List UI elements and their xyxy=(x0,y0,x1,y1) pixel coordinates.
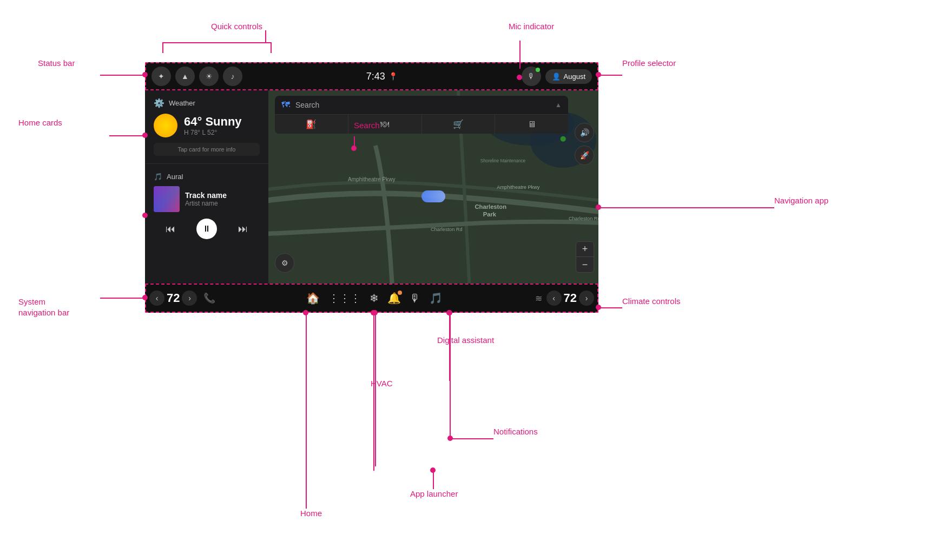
search-bar[interactable]: 🗺 Search ▲ xyxy=(275,96,568,114)
prev-track-button[interactable]: ⏮ xyxy=(162,220,179,238)
navigation-button[interactable]: 🚀 xyxy=(575,146,594,165)
svg-text:Charleston Rd: Charleston Rd xyxy=(431,227,463,232)
display-category-button[interactable]: 🖥 xyxy=(495,115,568,134)
ann-home-cards-dot2 xyxy=(142,213,148,218)
weather-temp: 64° Sunny xyxy=(184,115,242,129)
label-hvac: HVAC xyxy=(371,379,393,388)
chevron-up-icon: ▲ xyxy=(555,101,562,109)
audio-map-button[interactable]: 🔊 xyxy=(575,123,594,142)
ann-nav-bar-dot xyxy=(142,295,148,300)
pause-button[interactable]: ⏸ xyxy=(196,219,217,239)
ann-profile-dot xyxy=(596,72,601,77)
label-digital-assistant: Digital assistant xyxy=(437,335,494,345)
label-home: Home xyxy=(300,509,322,518)
label-status-bar: Status bar xyxy=(38,58,75,68)
weather-app-name: Weather xyxy=(169,99,195,107)
ann-search-dot xyxy=(351,146,357,151)
search-input[interactable]: Search xyxy=(295,101,550,109)
weather-main: 64° Sunny H 78° L 52° xyxy=(154,114,260,137)
svg-text:Charleston Rd: Charleston Rd xyxy=(569,216,598,221)
ann-notif-line xyxy=(450,438,493,439)
navigation-app-area[interactable]: Amphitheatre Pkwy Charleston Rd Charlest… xyxy=(268,90,598,284)
ann-nav-bar-line xyxy=(100,298,145,299)
zoom-in-button[interactable]: + xyxy=(576,242,594,257)
ann-quick-controls-line4 xyxy=(265,30,266,42)
home-cards-panel: ⚙️ Weather 64° Sunny H 78° L 52° Tap car… xyxy=(145,90,268,284)
search-categories: ⛽ 🍽 🛒 🖥 xyxy=(275,114,568,134)
ann-da-line2 xyxy=(449,313,450,347)
ann-quick-controls-line xyxy=(162,42,271,43)
weather-card[interactable]: ⚙️ Weather 64° Sunny H 78° L 52° Tap car… xyxy=(145,90,268,164)
ann-da-line xyxy=(449,347,450,381)
svg-text:Amphitheatre Pkwy: Amphitheatre Pkwy xyxy=(497,185,539,190)
map-settings-button[interactable]: ⚙ xyxy=(275,253,294,273)
label-system-nav: Systemnavigation bar xyxy=(18,297,69,318)
music-card[interactable]: 🎵 Aural Track name Artist name ⏮ ⏸ ⏭ xyxy=(145,165,268,247)
ann-quick-controls-line2 xyxy=(162,42,163,53)
ann-cc-line xyxy=(598,307,622,308)
fuel-category-button[interactable]: ⛽ xyxy=(275,115,348,134)
label-climate-controls: Climate controls xyxy=(622,297,681,306)
zoom-controls: + − xyxy=(576,241,594,273)
ann-home-cards-dot xyxy=(142,133,148,138)
ann-app-launcher-dot2 xyxy=(430,467,436,473)
android-auto-screen: ✦ ▲ ☀ ♪ 7:43 📍 🎙 👤 August xyxy=(145,62,598,313)
label-search: Search xyxy=(354,121,380,130)
svg-text:Park: Park xyxy=(483,211,497,218)
album-art xyxy=(154,186,180,212)
ann-app-launcher-line2 xyxy=(373,313,374,471)
music-app-name: Aural xyxy=(167,173,183,181)
label-navigation-app: Navigation app xyxy=(774,196,828,205)
ann-mic-dot xyxy=(517,75,522,80)
sun-icon xyxy=(154,114,177,137)
map-controls: 🔊 🚀 xyxy=(575,123,594,165)
ann-nav-app-line xyxy=(598,207,774,208)
ann-nav-bar-box xyxy=(145,284,598,313)
ann-nav-app-dot xyxy=(596,205,601,210)
main-content: ⚙️ Weather 64° Sunny H 78° L 52° Tap car… xyxy=(145,90,598,284)
search-overlay[interactable]: 🗺 Search ▲ ⛽ 🍽 🛒 🖥 xyxy=(275,96,568,134)
label-notifications: Notifications xyxy=(493,427,538,436)
weather-info: 64° Sunny H 78° L 52° xyxy=(184,115,242,136)
ann-hvac-line2 xyxy=(375,313,376,390)
music-app-icon: 🎵 xyxy=(154,173,162,181)
svg-text:Amphitheatre Pkwy: Amphitheatre Pkwy xyxy=(348,176,396,182)
ann-quick-controls-line3 xyxy=(271,42,272,53)
music-controls: ⏮ ⏸ ⏭ xyxy=(154,219,260,239)
label-profile-selector: Profile selector xyxy=(622,58,676,68)
ann-status-bar-box xyxy=(145,62,598,90)
ann-hvac-line xyxy=(375,390,376,466)
weather-tap-info[interactable]: Tap card for more info xyxy=(154,143,260,156)
location-indicator xyxy=(421,190,445,202)
ann-status-bar-dot xyxy=(142,72,148,77)
track-name: Track name xyxy=(185,191,260,200)
ann-home-line xyxy=(306,471,307,509)
label-app-launcher: App launcher xyxy=(410,489,458,498)
track-info: Track name Artist name xyxy=(185,191,260,207)
maps-icon: 🗺 xyxy=(281,100,290,110)
svg-text:Charleston: Charleston xyxy=(475,203,507,210)
weather-hi-lo: H 78° L 52° xyxy=(184,129,242,136)
shopping-category-button[interactable]: 🛒 xyxy=(422,115,496,134)
music-header: 🎵 Aural xyxy=(154,173,260,181)
ann-status-bar-line xyxy=(100,75,145,76)
track-row: Track name Artist name xyxy=(154,186,260,212)
svg-text:Shoreline Maintenance: Shoreline Maintenance xyxy=(480,159,526,163)
zoom-out-button[interactable]: − xyxy=(576,257,594,272)
weather-app-icon: ⚙️ xyxy=(154,98,164,108)
artist-name: Artist name xyxy=(185,200,260,207)
weather-header: ⚙️ Weather xyxy=(154,98,260,108)
ann-home-line2 xyxy=(306,313,307,471)
next-track-button[interactable]: ⏭ xyxy=(235,220,251,238)
ann-mic-line xyxy=(519,41,521,69)
label-mic-indicator: Mic indicator xyxy=(509,22,554,31)
label-quick-controls: Quick controls xyxy=(211,22,262,31)
ann-app-launcher-line xyxy=(433,471,434,489)
label-home-cards: Home cards xyxy=(18,118,62,127)
ann-cc-dot xyxy=(596,305,601,310)
svg-point-10 xyxy=(561,136,566,142)
ann-home-cards-line xyxy=(109,135,145,136)
ann-profile-line xyxy=(598,75,622,76)
